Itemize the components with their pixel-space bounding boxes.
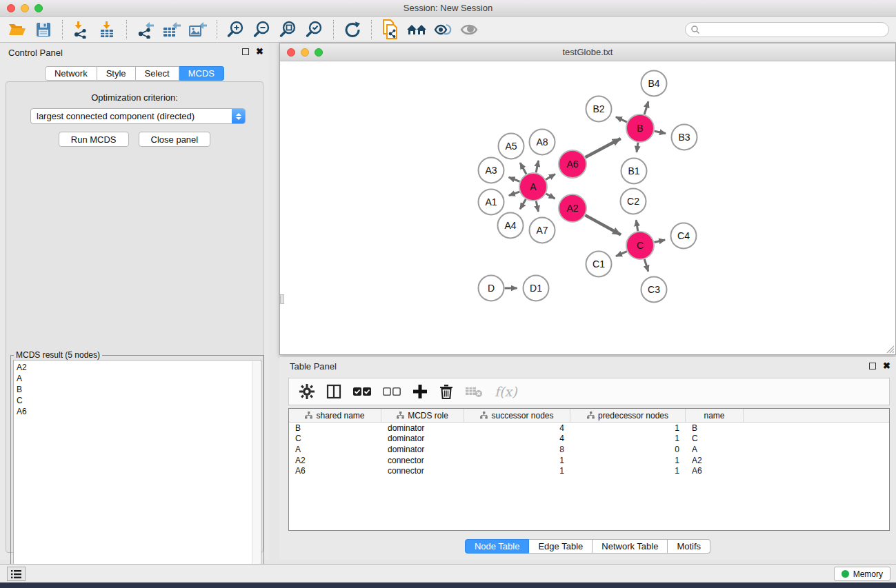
graph-edge[interactable] xyxy=(546,194,555,199)
tab-select[interactable]: Select xyxy=(136,66,179,81)
tab-mcds[interactable]: MCDS xyxy=(179,66,224,81)
table-cell: A xyxy=(289,445,381,454)
graph-edge[interactable] xyxy=(520,199,526,209)
column-header-successor-nodes[interactable]: successor nodes xyxy=(464,409,570,422)
resize-grip-icon[interactable] xyxy=(886,345,895,354)
table-row[interactable]: Cdominator41C xyxy=(289,434,889,445)
mcds-result-item[interactable]: A xyxy=(17,373,251,384)
mcds-result-item[interactable]: A6 xyxy=(17,406,251,417)
memory-button[interactable]: Memory xyxy=(834,567,890,581)
export-image-button[interactable] xyxy=(185,19,211,41)
open-session-button[interactable] xyxy=(4,19,30,41)
export-network-button[interactable] xyxy=(132,19,159,41)
close-panel-icon[interactable]: ✖ xyxy=(256,48,263,55)
table-row[interactable]: Bdominator41B xyxy=(289,423,889,434)
node-table[interactable]: shared name MCDS role successor nodes pr… xyxy=(288,408,890,531)
mcds-result-list[interactable]: A2ABCA6 xyxy=(13,360,261,588)
close-panel-button[interactable]: Close panel xyxy=(139,132,211,147)
graph-edge[interactable] xyxy=(644,101,648,114)
table-row[interactable]: Adominator80A xyxy=(289,444,889,455)
column-header-name[interactable]: name xyxy=(686,409,744,422)
control-panel-tabs: Network Style Select MCDS xyxy=(0,66,269,81)
deselect-all-icon[interactable] xyxy=(383,387,401,396)
tab-network[interactable]: Network xyxy=(45,66,97,81)
table-settings-gear-icon[interactable] xyxy=(299,384,315,399)
graph-node-label: A2 xyxy=(566,203,578,214)
graph-node-label: B xyxy=(637,123,643,134)
graph-edge[interactable] xyxy=(586,139,621,157)
mcds-result-item[interactable]: C xyxy=(17,395,251,406)
mcds-result-item[interactable]: B xyxy=(17,384,251,395)
graph-node-label: C1 xyxy=(593,258,605,270)
graph-edge[interactable] xyxy=(644,259,648,272)
hide-graphics-button[interactable] xyxy=(456,19,482,41)
global-search-field[interactable] xyxy=(685,22,889,37)
show-task-history-button[interactable] xyxy=(7,567,26,581)
cybrowser-home-button[interactable] xyxy=(404,19,430,41)
mcds-result-title: MCDS result (5 nodes) xyxy=(14,350,102,360)
graph-edge[interactable] xyxy=(546,174,555,180)
graph-node-label: A8 xyxy=(536,136,548,148)
graph-edge[interactable] xyxy=(654,240,665,242)
tab-node-table[interactable]: Node Table xyxy=(465,539,530,554)
graph-edge[interactable] xyxy=(636,220,638,231)
float-table-panel-icon[interactable] xyxy=(869,363,876,369)
style-preview-button[interactable] xyxy=(430,19,456,41)
table-row[interactable]: A2connector11A2 xyxy=(289,455,889,466)
column-tree-icon xyxy=(587,412,595,419)
graph-edge[interactable] xyxy=(655,131,666,133)
select-all-icon[interactable] xyxy=(353,387,371,396)
table-row[interactable]: A6connector11A6 xyxy=(289,465,889,476)
zoom-out-button[interactable] xyxy=(249,19,275,41)
clone-network-button[interactable] xyxy=(377,19,404,41)
list-scrollbar[interactable] xyxy=(252,361,260,587)
add-column-icon[interactable] xyxy=(412,384,428,399)
mcds-result-item[interactable]: A2 xyxy=(17,362,251,373)
graph-edge[interactable] xyxy=(616,252,627,256)
float-panel-icon[interactable] xyxy=(242,48,249,55)
column-header-mcds-role[interactable]: MCDS role xyxy=(381,409,464,422)
zoom-selected-button[interactable] xyxy=(301,19,328,41)
close-table-panel-icon[interactable]: ✖ xyxy=(883,363,890,369)
search-input[interactable] xyxy=(700,23,888,36)
network-window-titlebar[interactable]: testGlobe.txt xyxy=(280,43,895,61)
network-canvas[interactable]: AA1A2A3A4A5A6A7A8BB1B2B3B4CC1C2C3C4DD1 xyxy=(280,61,895,354)
graph-edge[interactable] xyxy=(536,201,538,212)
export-table-button[interactable] xyxy=(159,19,185,41)
delete-column-trash-icon[interactable] xyxy=(439,384,453,399)
graph-edge[interactable] xyxy=(616,117,627,122)
refresh-view-button[interactable] xyxy=(339,19,366,41)
graph-edge[interactable] xyxy=(536,161,538,172)
graph-edge[interactable] xyxy=(509,192,519,196)
show-column-panel-icon[interactable] xyxy=(326,384,341,399)
graph-node-label: B4 xyxy=(648,78,659,89)
column-header-shared-name[interactable]: shared name xyxy=(289,409,381,422)
canvas-scroll-tick[interactable] xyxy=(280,294,284,304)
network-window-title: testGlobe.txt xyxy=(280,47,895,57)
app-titlebar: Session: New Session xyxy=(0,0,896,17)
tab-style[interactable]: Style xyxy=(97,66,136,81)
status-bar: Memory xyxy=(0,564,896,582)
tab-network-table[interactable]: Network Table xyxy=(593,539,668,554)
home-icon xyxy=(406,22,428,37)
graph-edge[interactable] xyxy=(509,177,520,181)
tab-motifs[interactable]: Motifs xyxy=(668,539,710,554)
graph-edge[interactable] xyxy=(520,163,526,174)
table-cell: 4 xyxy=(464,434,570,443)
save-session-button[interactable] xyxy=(30,19,57,41)
run-mcds-button[interactable]: Run MCDS xyxy=(59,132,129,147)
zoom-in-button[interactable] xyxy=(223,19,249,41)
tab-edge-table[interactable]: Edge Table xyxy=(529,539,593,554)
graph-edge[interactable] xyxy=(585,215,621,234)
fit-content-button[interactable] xyxy=(275,19,301,41)
graph-edge[interactable] xyxy=(637,143,638,152)
graph-node-label: C xyxy=(637,240,644,251)
column-tree-icon xyxy=(480,412,488,419)
clone-network-icon xyxy=(381,19,399,40)
import-network-icon xyxy=(72,21,90,39)
import-table-button[interactable] xyxy=(94,19,121,41)
column-header-predecessor-nodes[interactable]: predecessor nodes xyxy=(570,409,686,422)
import-network-button[interactable] xyxy=(68,19,94,41)
criterion-dropdown[interactable]: largest connected component (directed) xyxy=(30,108,246,124)
table-body[interactable]: Bdominator41BCdominator41CAdominator80AA… xyxy=(289,423,889,476)
